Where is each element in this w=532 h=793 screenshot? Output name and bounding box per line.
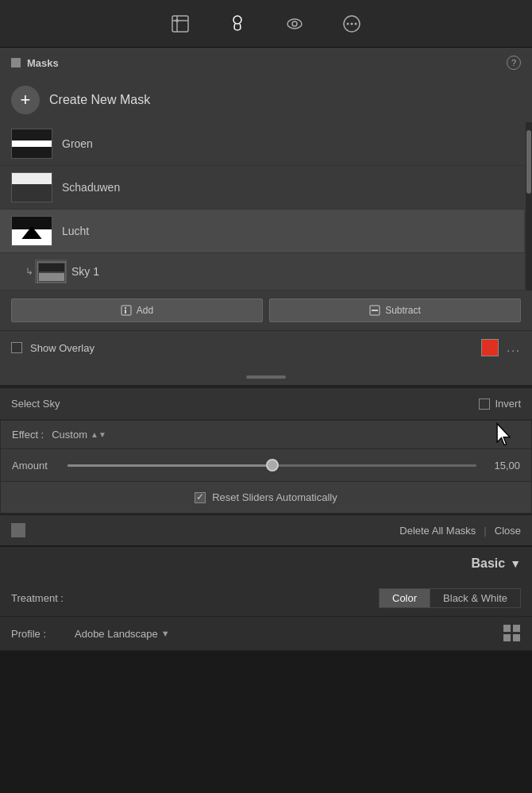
masks-header-left: Masks [11, 57, 59, 69]
scroll-indicator-bar [246, 375, 286, 379]
subtract-label: Subtract [385, 305, 421, 316]
bottom-bar: Delete All Masks | Close [0, 514, 532, 545]
profile-dropdown-arrow: ▼ [161, 629, 170, 638]
svg-point-1 [175, 19, 179, 22]
create-new-mask-button[interactable]: + [11, 86, 40, 114]
grid-cell-2 [513, 625, 520, 632]
overlay-row: Show Overlay ... [0, 330, 532, 364]
svg-rect-12 [39, 273, 64, 281]
effect-section: Effect : Custom ▲▼ Amount 15,00 Reset Sl… [0, 420, 532, 514]
profile-row: Profile : Adobe Landscape ▼ [0, 617, 532, 651]
add-label: Add [137, 305, 153, 316]
slider-track [67, 464, 476, 467]
mask-item-lucht[interactable]: Lucht [0, 210, 524, 253]
create-mask-label: Create New Mask [49, 93, 150, 107]
amount-row: Amount 15,00 [1, 449, 531, 481]
reset-sliders-row: Reset Sliders Automatically [1, 481, 531, 513]
delete-all-masks-button[interactable]: Delete All Masks [399, 525, 476, 537]
effect-value-text: Custom [52, 429, 87, 441]
mask-thumbnail-sky1 [35, 260, 67, 283]
select-sky-label: Select Sky [11, 398, 60, 410]
reset-sliders-label: Reset Sliders Automatically [212, 491, 337, 503]
grid-cell-1 [503, 625, 511, 632]
eye-icon[interactable] [282, 11, 307, 37]
svg-point-8 [355, 22, 357, 25]
svg-point-7 [347, 22, 349, 25]
add-button[interactable]: Add [11, 298, 263, 322]
svg-rect-15 [125, 310, 126, 314]
mask-item-sky1[interactable]: ↳ Sky 1 [0, 253, 524, 291]
svg-point-6 [351, 22, 353, 25]
create-mask-row: + Create New Mask [0, 78, 532, 122]
select-sky-row: Select Sky Invert [11, 398, 521, 410]
basic-section-title: Basic [471, 556, 505, 571]
transform-icon[interactable] [168, 11, 193, 37]
show-overlay-checkbox[interactable] [11, 342, 22, 353]
slider-fill [67, 464, 272, 467]
scrollbar-track[interactable] [526, 122, 532, 291]
select-sky-section: Select Sky Invert [0, 387, 532, 420]
amount-value: 15,00 [484, 460, 520, 472]
treatment-bw-option[interactable]: Black & White [430, 588, 521, 608]
invert-checkbox[interactable] [479, 398, 490, 410]
svg-rect-0 [172, 16, 188, 32]
basic-section-header[interactable]: Basic ▼ [0, 545, 532, 580]
profile-value: Adobe Landscape ▼ [75, 628, 503, 640]
mask-name-groen: Groen [62, 137, 93, 150]
overlay-more-button[interactable]: ... [507, 341, 521, 354]
invert-row: Invert [479, 398, 521, 410]
mask-name-sky1: Sky 1 [71, 265, 99, 278]
profile-grid-icon[interactable] [503, 625, 521, 642]
treatment-label: Treatment : [11, 592, 75, 604]
mask-thumbnail-schaduwen [11, 172, 52, 202]
effect-label: Effect : [12, 429, 44, 441]
effect-value-container[interactable]: Custom ▲▼ [52, 429, 106, 441]
help-icon[interactable]: ? [507, 56, 521, 70]
treatment-row: Treatment : Color Black & White [0, 580, 532, 617]
amount-slider[interactable] [67, 457, 476, 473]
mask-name-schaduwen: Schaduwen [62, 181, 120, 194]
masks-panel-icon [11, 58, 21, 67]
treatment-options: Color Black & White [75, 588, 521, 608]
amount-label: Amount [12, 460, 60, 472]
svg-rect-11 [39, 264, 64, 271]
bottom-actions: Delete All Masks | Close [399, 525, 521, 537]
effect-row: Effect : Custom ▲▼ [1, 421, 531, 449]
close-button[interactable]: Close [495, 525, 521, 537]
slider-thumb[interactable] [266, 459, 279, 472]
invert-label: Invert [495, 398, 521, 410]
mask-item-groen[interactable]: Groen [0, 122, 524, 166]
bottom-panel-icon [11, 523, 25, 537]
profile-value-text: Adobe Landscape [75, 628, 158, 640]
sub-item-arrow: ↳ [25, 266, 33, 277]
masks-panel: Masks ? + Create New Mask Groen Schaduwe… [0, 48, 532, 387]
bottom-separator: | [484, 525, 486, 537]
treatment-color-option[interactable]: Color [379, 588, 430, 608]
cursor-pointer-icon [493, 421, 515, 448]
show-overlay-label: Show Overlay [30, 342, 473, 354]
grid-cell-4 [513, 634, 520, 641]
mask-thumbnail-lucht [11, 216, 52, 246]
mask-name-lucht: Lucht [62, 225, 89, 237]
grid-cell-3 [503, 634, 511, 641]
mask-list: Groen Schaduwen Lucht ↳ Sky 1 [0, 122, 532, 291]
masks-header: Masks ? [0, 48, 532, 78]
basic-section-arrow: ▼ [510, 557, 521, 570]
effect-dropdown-arrow: ▲▼ [91, 430, 106, 439]
subtract-button[interactable]: Subtract [269, 298, 521, 322]
profile-label: Profile : [11, 628, 75, 640]
svg-rect-17 [372, 310, 378, 311]
svg-point-4 [292, 21, 297, 26]
svg-rect-14 [125, 307, 126, 309]
dots-circle-icon[interactable] [339, 11, 364, 37]
svg-point-3 [287, 19, 302, 29]
scroll-indicator [0, 364, 532, 385]
scrollbar-thumb[interactable] [526, 130, 531, 194]
masks-title: Masks [27, 57, 59, 69]
brush-icon[interactable] [225, 11, 250, 37]
mask-item-schaduwen[interactable]: Schaduwen [0, 166, 524, 210]
overlay-color-swatch[interactable] [481, 339, 499, 356]
reset-sliders-checkbox[interactable] [195, 492, 206, 503]
mask-thumbnail-groen [11, 129, 52, 159]
top-toolbar [0, 0, 532, 48]
